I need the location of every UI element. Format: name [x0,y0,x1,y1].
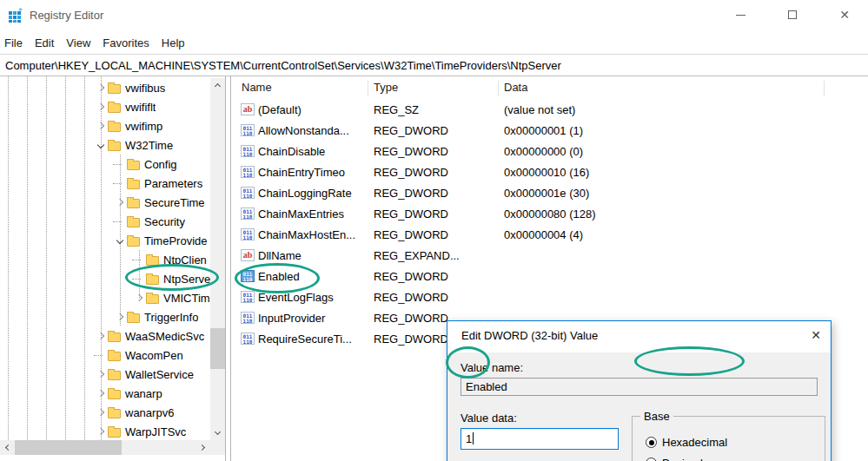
tree-expander[interactable] [94,329,108,343]
tree-item-securetime[interactable]: SecureTime [0,193,210,212]
value-row-eventlogflags[interactable]: 011110EventLogFlagsREG_DWORD [231,286,868,307]
folder-icon [108,103,121,113]
scroll-down-button[interactable] [210,425,225,440]
scroll-up-button[interactable] [210,78,225,93]
value-row-chainmaxhosten-[interactable]: 011110ChainMaxHostEn...REG_DWORD0x000000… [231,224,868,245]
folder-icon [146,294,159,304]
radio-button-icon[interactable] [646,437,657,448]
tree-item-warpjitsvc[interactable]: WarpJITSvc [0,422,210,440]
tree-item-walletservice[interactable]: WalletService [0,365,210,384]
value-row-chaindisable[interactable]: 011110ChainDisableREG_DWORD0x00000000 (0… [231,141,868,161]
value-row-chainloggingrate[interactable]: 011110ChainLoggingRateREG_DWORD0x0000001… [231,182,868,203]
value-data-input[interactable]: 1 [461,428,619,450]
radio-hexadecimal[interactable]: Hexadecimal [646,436,727,449]
value-name-field[interactable]: Enabled [461,378,818,396]
tree-item-w32time[interactable]: W32Time [0,135,210,155]
tree-expander[interactable] [94,405,108,419]
value-row--default-[interactable]: ab(Default)REG_SZ(value not set) [231,99,868,120]
value-row-dllname[interactable]: abDllNameREG_EXPAND... [231,245,868,266]
tree-expander[interactable] [132,291,146,305]
tree-expander[interactable] [113,195,127,209]
tree-item-parameters[interactable]: Parameters [0,174,210,193]
base-group-label: Base [640,410,673,423]
tree-item-wanarp[interactable]: wanarp [0,384,210,403]
dotted-connector [132,260,141,260]
tree-item-label: NtpClien [159,254,207,267]
dialog-close-button[interactable]: ✕ [811,328,821,342]
tree-view: vwifibusvwififltvwifimpW32TimeConfigPara… [0,76,210,440]
tree-expander[interactable] [94,100,108,114]
tree-item-security[interactable]: Security [0,212,210,231]
value-name: ChainMaxHostEn... [258,228,355,241]
menu-help[interactable]: Help [162,36,185,49]
menu-edit[interactable]: Edit [35,36,54,49]
value-name: AllowNonstanda... [258,124,349,137]
tree-item-label: NtpServe [159,273,210,286]
radio-decimal[interactable]: Decimal [646,457,703,461]
value-type: REG_DWORD [374,124,448,137]
tree-item-wanarpv6[interactable]: wanarpv6 [0,403,210,422]
folder-icon [108,122,121,132]
tree-item-vwifimp[interactable]: vwifimp [0,116,210,135]
tree-expander[interactable] [94,425,108,438]
tree-expander[interactable] [94,367,108,381]
tree-expander[interactable] [94,81,108,95]
tree-expander[interactable] [113,234,127,247]
tree-item-ntpclien[interactable]: NtpClien [0,250,210,269]
tree-item-triggerinfo[interactable]: TriggerInfo [0,307,210,326]
tree-item-vwififlt[interactable]: vwififlt [0,97,210,116]
value-type: REG_DWORD [374,312,448,325]
column-divider[interactable] [824,81,825,96]
radio-button-icon[interactable] [646,458,657,461]
tree-item-vwifibus[interactable]: vwifibus [0,78,210,97]
menu-file[interactable]: File [4,36,23,49]
tree-item-timeprovide[interactable]: TimeProvide [0,231,210,250]
column-divider[interactable] [498,81,499,96]
chevron-down-icon [215,429,221,435]
column-divider[interactable] [368,81,368,96]
tree-expander[interactable] [94,138,108,152]
menu-favorites[interactable]: Favorites [103,36,149,49]
value-data: 0x00000001 (1) [504,124,583,137]
scrollbar-thumb[interactable] [15,440,122,455]
folder-icon [108,352,121,361]
tree-vertical-scrollbar[interactable] [210,78,225,440]
close-button[interactable]: ✕ [825,0,864,30]
tree-item-config[interactable]: Config [0,155,210,174]
radio-label: Hexadecimal [662,436,727,449]
value-type: REG_DWORD [374,166,448,179]
column-header-data[interactable]: Data [504,81,527,94]
value-row-chainentrytimeo[interactable]: 011110ChainEntryTimeoREG_DWORD0x00000010… [231,161,868,182]
address-bar[interactable]: Computer\HKEY_LOCAL_MACHINE\SYSTEM\Curre… [0,54,868,76]
column-header-name[interactable]: Name [242,81,272,94]
value-data: 0x0000001e (30) [504,187,589,200]
tree-item-label: SecureTime [140,196,205,209]
value-row-allownonstanda-[interactable]: 011110AllowNonstanda...REG_DWORD0x000000… [231,120,868,141]
value-row-chainmaxentries[interactable]: 011110ChainMaxEntriesREG_DWORD0x00000080… [231,203,868,224]
tree-item-vmictim[interactable]: VMICTim [0,288,210,307]
tree-item-ntpserve[interactable]: NtpServe [0,269,210,288]
scrollbar-thumb[interactable] [210,328,225,369]
tree-expander[interactable] [113,310,127,324]
column-header-type[interactable]: Type [374,81,398,94]
tree-item-wacompen[interactable]: WacomPen [0,346,210,365]
chevron-right-icon [97,371,104,378]
icon-glyph: 110 [242,152,254,157]
tree-expander[interactable] [94,386,108,400]
value-name: ChainMaxEntries [258,207,344,221]
minimize-button[interactable] [721,0,759,30]
tree-expander[interactable] [94,119,108,133]
folder-icon [146,275,159,285]
chevron-down-icon [116,237,123,244]
maximize-button[interactable] [773,0,812,30]
tree-item-waasmedicsvc[interactable]: WaaSMedicSvc [0,326,210,346]
panel-splitter[interactable] [225,76,231,461]
menu-view[interactable]: View [66,36,90,49]
value-row-enabled[interactable]: 011110EnabledREG_DWORD [231,266,868,286]
edit-dword-dialog: Edit DWORD (32-bit) Value ✕ Value name: … [447,320,832,461]
folder-icon [127,199,140,208]
tree-item-label: TriggerInfo [140,311,198,324]
tree-horizontal-scrollbar[interactable] [0,440,210,455]
scroll-left-button[interactable] [0,440,15,455]
scroll-right-button[interactable] [195,440,210,455]
